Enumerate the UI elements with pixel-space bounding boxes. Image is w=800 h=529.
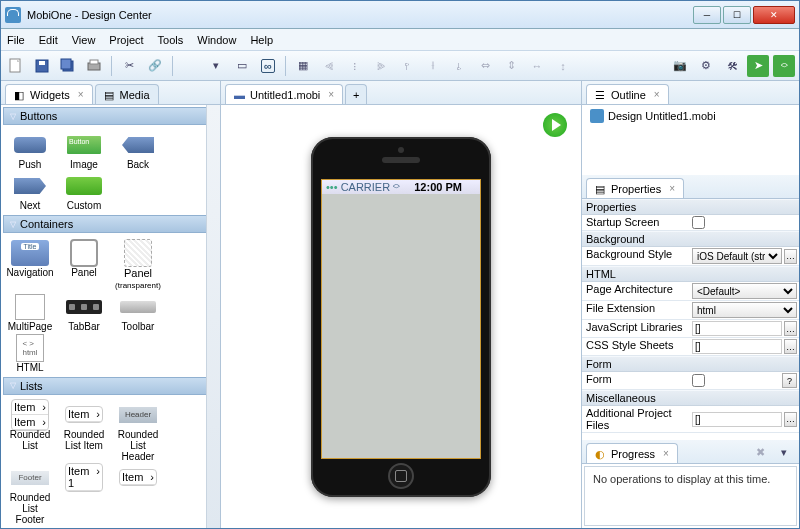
widget-custom[interactable]: Custom (61, 174, 107, 211)
tab-properties[interactable]: ▤ Properties × (586, 178, 684, 198)
design-canvas[interactable]: ••• CARRIER ⌔ 12:00 PM (221, 105, 581, 528)
prop-form-label: Form (582, 372, 690, 389)
new-button[interactable] (5, 55, 27, 77)
section-containers[interactable]: ▽Containers (3, 215, 218, 233)
addproj-input[interactable] (692, 412, 782, 427)
dropdown-1[interactable]: ▾ (205, 55, 227, 77)
progress-clear-icon[interactable]: ✖ (749, 441, 771, 463)
match-h-icon[interactable]: ↕ (552, 55, 574, 77)
more-button[interactable]: … (784, 412, 797, 427)
file-icon: ▬ (234, 89, 246, 101)
help-button[interactable]: ? (782, 373, 797, 388)
close-icon[interactable]: × (669, 183, 675, 194)
saveall-button[interactable] (57, 55, 79, 77)
widget-panel-transparent[interactable]: Panel(transparent) (115, 241, 161, 291)
phone-camera (398, 147, 404, 153)
minimize-button[interactable]: ─ (693, 6, 721, 24)
widget-back[interactable]: Back (115, 133, 161, 170)
menu-window[interactable]: Window (197, 34, 236, 46)
dist-v-icon[interactable]: ⇕ (500, 55, 522, 77)
widget-navigation[interactable]: TitleNavigation (7, 241, 53, 291)
close-button[interactable]: ✕ (753, 6, 795, 24)
camera-icon[interactable]: 📷 (669, 55, 691, 77)
widget-rounded-list[interactable]: Item›Item›Rounded List (7, 403, 53, 462)
section-lists[interactable]: ▽Lists (3, 377, 218, 395)
outline-root[interactable]: Design Untitled1.mobi (590, 109, 791, 123)
right-panel: ☰ Outline × Design Untitled1.mobi ▤ Prop… (581, 81, 799, 528)
align-left-icon[interactable]: ⫷ (318, 55, 340, 77)
widget-push[interactable]: Push (7, 133, 53, 170)
section-buttons[interactable]: ▽Buttons (3, 107, 218, 125)
progress-tab-label: Progress (611, 448, 655, 460)
close-icon[interactable]: × (663, 448, 669, 459)
svg-rect-6 (90, 60, 98, 64)
match-w-icon[interactable]: ↔ (526, 55, 548, 77)
menu-file[interactable]: File (7, 34, 25, 46)
more-button[interactable]: … (784, 321, 797, 336)
save-button[interactable] (31, 55, 53, 77)
align-top-icon[interactable]: ⫯ (396, 55, 418, 77)
design-file-icon (590, 109, 604, 123)
editor-tab[interactable]: ▬ Untitled1.mobi × (225, 84, 343, 104)
menu-tools[interactable]: Tools (158, 34, 184, 46)
print-button[interactable] (83, 55, 105, 77)
close-icon[interactable]: × (654, 89, 660, 100)
widget-rounded-list-header[interactable]: HeaderRounded List Header (115, 403, 161, 462)
window-title: MobiOne - Design Center (27, 9, 693, 21)
link-button[interactable]: 🔗 (144, 55, 166, 77)
startup-screen-checkbox[interactable] (692, 216, 705, 229)
widget-list-item2[interactable]: Item› (115, 466, 161, 525)
widget-rounded-list-item[interactable]: Item›Rounded List Item (61, 403, 107, 462)
page-arch-select[interactable]: <Default> (692, 283, 797, 299)
align-middle-icon[interactable]: ⫲ (422, 55, 444, 77)
infinity-button[interactable]: ∞ (257, 55, 279, 77)
tab-outline[interactable]: ☰ Outline × (586, 84, 669, 104)
close-icon[interactable]: × (328, 89, 334, 100)
js-libs-input[interactable] (692, 321, 782, 336)
widget-rounded-list-footer[interactable]: FooterRounded List Footer (7, 466, 53, 525)
widget-html[interactable]: < >htmlHTML (7, 336, 53, 373)
new-tab-button[interactable]: + (345, 84, 367, 104)
tab-widgets[interactable]: ◧ Widgets × (5, 84, 93, 104)
device-button[interactable]: ▭ (231, 55, 253, 77)
cut-button[interactable]: ✂ (118, 55, 140, 77)
dist-h-icon[interactable]: ⇔ (474, 55, 496, 77)
menu-help[interactable]: Help (250, 34, 273, 46)
run-icon[interactable]: ➤ (747, 55, 769, 77)
widget-next[interactable]: Next (7, 174, 53, 211)
css-sheets-input[interactable] (692, 339, 782, 354)
more-button[interactable]: … (784, 249, 797, 264)
apple-icon[interactable] (179, 55, 201, 77)
gear-icon[interactable]: ⚙ (695, 55, 717, 77)
widget-multipage[interactable]: MultiPage (7, 295, 53, 332)
align-center-icon[interactable]: ⫶ (344, 55, 366, 77)
align-bottom-icon[interactable]: ⫰ (448, 55, 470, 77)
menu-view[interactable]: View (72, 34, 96, 46)
form-checkbox[interactable] (692, 374, 705, 387)
tools-icon[interactable]: 🛠 (721, 55, 743, 77)
widget-image[interactable]: Image (61, 133, 107, 170)
progress-menu-icon[interactable]: ▾ (773, 441, 795, 463)
widget-toolbar[interactable]: Toolbar (115, 295, 161, 332)
progress-icon: ◐ (595, 448, 607, 460)
grid-button[interactable]: ▦ (292, 55, 314, 77)
widget-panel[interactable]: Panel (61, 241, 107, 291)
phone-screen[interactable]: ••• CARRIER ⌔ 12:00 PM (321, 179, 481, 459)
file-ext-select[interactable]: html (692, 302, 797, 318)
align-right-icon[interactable]: ⫸ (370, 55, 392, 77)
maximize-button[interactable]: ☐ (723, 6, 751, 24)
tab-media[interactable]: ▤ Media (95, 84, 159, 104)
menu-edit[interactable]: Edit (39, 34, 58, 46)
home-button[interactable] (388, 463, 414, 489)
background-style-select[interactable]: iOS Default (strip… (692, 248, 782, 264)
play-button[interactable] (543, 113, 567, 137)
tab-progress[interactable]: ◐ Progress × (586, 443, 678, 463)
close-icon[interactable]: × (78, 89, 84, 100)
widget-list2[interactable]: Item 1› (61, 466, 107, 525)
scrollbar[interactable] (206, 105, 220, 528)
wifi-icon[interactable]: ⌔ (773, 55, 795, 77)
menu-project[interactable]: Project (109, 34, 143, 46)
widget-tabbar[interactable]: TabBar (61, 295, 107, 332)
more-button[interactable]: … (784, 339, 797, 354)
prop-css-label: CSS Style Sheets (582, 338, 690, 355)
